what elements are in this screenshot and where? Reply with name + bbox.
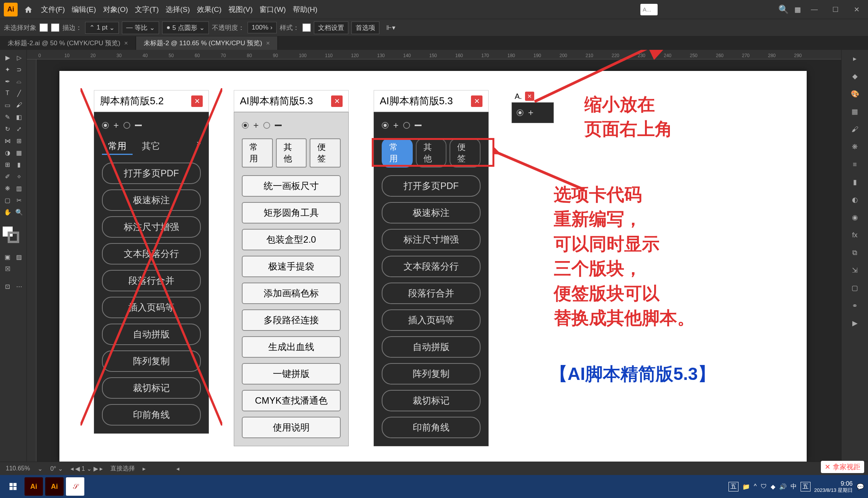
tray-lang-icon[interactable]: 五 — [801, 482, 811, 491]
plus-icon[interactable]: + — [113, 120, 119, 131]
tray-up-icon[interactable]: ^ — [754, 483, 757, 490]
line-tool[interactable]: ╱ — [13, 87, 25, 99]
tray-volume-icon[interactable]: 🔊 — [779, 483, 787, 490]
close-icon[interactable]: ✕ — [191, 95, 203, 107]
tray-app-icon[interactable]: ◆ — [771, 483, 775, 490]
prefs-btn[interactable]: 首选项 — [351, 21, 379, 34]
btn-text-split[interactable]: 文本段落分行 — [382, 256, 481, 277]
stroke-panel-icon[interactable]: ≡ — [848, 158, 862, 171]
radio-icon[interactable] — [102, 122, 109, 129]
shape-builder-tool[interactable]: ◑ — [2, 147, 13, 158]
libraries-panel-icon[interactable]: ◆ — [848, 69, 862, 83]
properties-panel-icon[interactable]: ▸ — [848, 52, 862, 66]
tab-close-icon[interactable]: × — [124, 39, 128, 47]
artboard-tool[interactable]: ▢ — [2, 194, 13, 206]
tab-other[interactable]: 其它 — [136, 138, 166, 155]
taskbar-app-3[interactable]: 𝒮 — [66, 477, 84, 496]
stroke-swatch[interactable] — [51, 23, 59, 32]
gradient-mode-icon[interactable]: ▨ — [13, 251, 25, 263]
close-icon[interactable]: ✕ — [331, 95, 343, 107]
btn-open-pdf[interactable]: 打开多页PDF — [382, 175, 481, 197]
tab-notes[interactable]: 便签 — [310, 138, 341, 168]
menu-help[interactable]: 帮助(H) — [293, 5, 317, 15]
tray-security-icon[interactable]: 🛡 — [761, 483, 767, 490]
btn-crop-marks[interactable]: 裁切标记 — [102, 377, 201, 399]
btn-quick-annotate[interactable]: 极速标注 — [102, 189, 201, 211]
asset-export-panel-icon[interactable]: ⇲ — [848, 263, 862, 277]
curvature-tool[interactable]: ⌓ — [13, 76, 25, 87]
btn-box-type[interactable]: 包装盒型2.0 — [242, 229, 341, 250]
style-swatch[interactable] — [302, 23, 311, 32]
menu-select[interactable]: 选择(S) — [166, 5, 190, 15]
btn-one-impose[interactable]: 一键拼版 — [242, 363, 341, 385]
radio-icon[interactable] — [242, 122, 249, 129]
btn-auto-impose[interactable]: 自动拼版 — [382, 336, 481, 358]
tab-other[interactable]: 其他 — [276, 138, 307, 168]
menu-type[interactable]: 文字(T) — [135, 5, 159, 15]
close-icon[interactable]: ✕ — [849, 5, 864, 14]
radio-icon[interactable] — [382, 122, 389, 129]
slice-tool[interactable]: ✂ — [13, 194, 25, 206]
btn-page-number[interactable]: 插入页码等 — [102, 297, 201, 318]
btn-array-copy[interactable]: 阵列复制 — [102, 350, 201, 372]
symbols-panel-icon[interactable]: ❋ — [848, 140, 862, 154]
mesh-tool[interactable]: ⊞ — [2, 159, 13, 170]
taskbar-ai-1[interactable]: Ai — [25, 477, 43, 496]
minus-icon[interactable] — [135, 125, 142, 126]
canvas-content[interactable]: 脚本精简版5.2 ✕ + 常用 其它 » — [36, 59, 841, 462]
home-icon[interactable] — [21, 3, 35, 16]
layers-panel-icon[interactable]: ⧉ — [848, 246, 862, 260]
swatches-panel-icon[interactable]: ▦ — [848, 105, 862, 118]
transparency-panel-icon[interactable]: ◐ — [848, 193, 862, 207]
type-tool[interactable]: T — [2, 87, 13, 99]
fill-stroke-control[interactable] — [2, 226, 25, 243]
radio-icon[interactable] — [403, 122, 410, 129]
magic-wand-tool[interactable]: ✦ — [2, 64, 13, 75]
color-mode-icon[interactable]: ▣ — [2, 251, 13, 263]
stroke-weight[interactable]: ⌃1 pt⌄ — [85, 22, 119, 34]
none-mode-icon[interactable]: ☒ — [2, 263, 13, 274]
btn-unify-artboard[interactable]: 统一画板尺寸 — [242, 175, 341, 197]
menu-view[interactable]: 视图(V) — [228, 5, 253, 15]
btn-page-number[interactable]: 插入页码等 — [382, 309, 481, 331]
rotate-view[interactable]: 0° ⌄ — [50, 465, 63, 472]
search-icon[interactable]: 🔍 — [778, 5, 789, 15]
minimize-icon[interactable]: ― — [807, 5, 822, 14]
tray-input-icon[interactable]: 五 — [729, 482, 738, 491]
minus-icon[interactable] — [415, 125, 422, 126]
btn-cmyk-pantone[interactable]: CMYK查找潘通色 — [242, 390, 341, 411]
rectangle-tool[interactable]: ▭ — [2, 99, 13, 111]
pen-tool[interactable]: ✒ — [2, 76, 13, 87]
menu-file[interactable]: 文件(F) — [41, 5, 65, 15]
tab-common[interactable]: 常用 — [102, 138, 133, 155]
btn-para-merge[interactable]: 段落行合并 — [102, 270, 201, 291]
plus-icon[interactable]: + — [253, 120, 259, 131]
gradient-panel-icon[interactable]: ▮ — [848, 175, 862, 189]
btn-path-connect[interactable]: 多段路径连接 — [242, 309, 341, 331]
graph-tool[interactable]: ▥ — [13, 182, 25, 194]
links-panel-icon[interactable]: ⚭ — [848, 299, 862, 312]
eraser-tool[interactable]: ◧ — [13, 111, 25, 123]
btn-array-copy[interactable]: 阵列复制 — [382, 363, 481, 385]
direct-selection-tool[interactable]: ▷ — [13, 52, 25, 63]
btn-dim-enhance[interactable]: 标注尺寸增强 — [102, 216, 201, 238]
symbol-sprayer-tool[interactable]: ❋ — [2, 182, 13, 194]
uniform-dd[interactable]: ―等比⌄ — [122, 21, 159, 34]
doc-setup-btn[interactable]: 文档设置 — [314, 21, 348, 34]
shaper-tool[interactable]: ✎ — [2, 111, 13, 123]
opacity-val[interactable]: 100%› — [248, 22, 277, 33]
fill-swatch[interactable] — [39, 23, 48, 32]
scale-tool[interactable]: ⤢ — [13, 123, 25, 135]
tab-close-icon[interactable]: × — [266, 39, 270, 47]
btn-bleed-line[interactable]: 生成出血线 — [242, 336, 341, 358]
paintbrush-tool[interactable]: 🖌 — [13, 99, 25, 111]
menu-effect[interactable]: 效果(C) — [197, 5, 222, 15]
appearance-panel-icon[interactable]: ◉ — [848, 210, 862, 224]
screen-mode-icon[interactable]: ⊡ — [2, 281, 13, 292]
graphic-styles-panel-icon[interactable]: fx — [848, 228, 862, 242]
color-panel-icon[interactable]: 🎨 — [848, 87, 862, 101]
brushes-panel-icon[interactable]: 🖌 — [848, 122, 862, 136]
menu-edit[interactable]: 编辑(E) — [72, 5, 96, 15]
rotate-tool[interactable]: ↻ — [2, 123, 13, 135]
width-tool[interactable]: ⋈ — [2, 135, 13, 146]
